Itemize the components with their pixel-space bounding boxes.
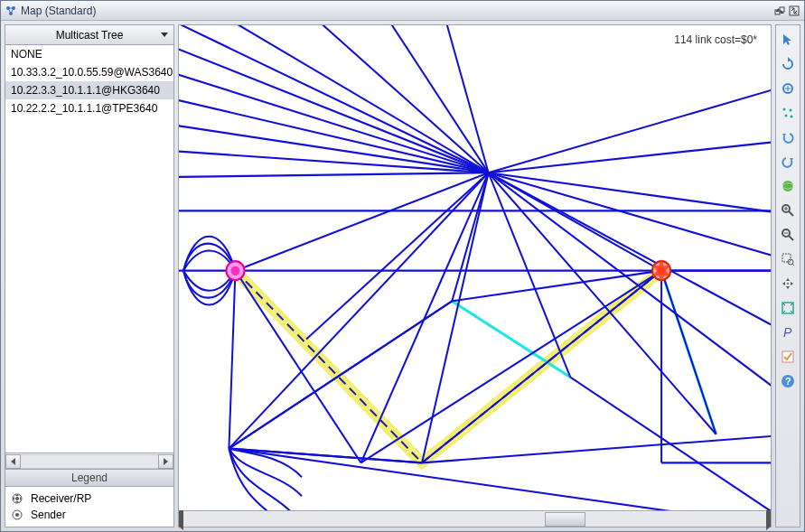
svg-rect-4 <box>780 7 784 12</box>
circle-select-icon[interactable] <box>779 79 797 98</box>
legend-row-receiver: Receiver/RP <box>11 490 168 507</box>
scroll-right-button[interactable] <box>158 454 173 469</box>
canvas-hscrollbar[interactable] <box>179 510 771 527</box>
fit-icon[interactable] <box>779 299 797 317</box>
scroll-left-button[interactable] <box>5 454 21 469</box>
select-tool-icon[interactable] <box>779 31 797 49</box>
svg-point-9 <box>15 513 19 517</box>
zoom-in-icon[interactable] <box>779 201 797 219</box>
redo-icon[interactable] <box>779 153 797 171</box>
properties-icon[interactable]: P <box>779 323 797 341</box>
app-icon <box>5 5 17 17</box>
legend-row-sender: Sender <box>11 507 168 523</box>
maximize-icon[interactable] <box>788 5 800 17</box>
sidebar-hscrollbar[interactable] <box>5 453 173 469</box>
undo-icon[interactable] <box>779 128 797 146</box>
svg-point-7 <box>15 497 19 500</box>
chevron-down-icon <box>161 33 168 37</box>
svg-point-18 <box>791 116 793 118</box>
svg-rect-23 <box>782 254 791 262</box>
svg-point-16 <box>790 109 792 112</box>
right-toolbar: P ? <box>775 24 800 527</box>
sidebar: Multicast Tree NONE 10.33.3.2_10.0.55.59… <box>5 24 174 527</box>
legend-label: Receiver/RP <box>31 492 91 505</box>
help-icon[interactable]: ? <box>779 372 797 390</box>
legend-body: Receiver/RP Sender <box>5 487 173 527</box>
map-canvas[interactable]: 114 link cost=$0* <box>179 25 771 510</box>
rotate-icon[interactable] <box>779 55 797 73</box>
scatter-icon[interactable] <box>779 104 797 122</box>
scroll-right-button[interactable] <box>766 511 771 527</box>
sender-icon <box>11 509 23 521</box>
tree-item[interactable]: 10.22.3.3_10.1.1.1@HKG3640 <box>5 81 173 99</box>
multicast-tree-combo[interactable]: Multicast Tree <box>5 25 173 45</box>
svg-point-19 <box>782 181 793 191</box>
zoom-out-icon[interactable] <box>779 226 797 244</box>
window-title: Map (Standard) <box>21 5 772 17</box>
title-bar: Map (Standard) <box>1 1 804 21</box>
svg-point-15 <box>783 108 786 111</box>
globe-icon[interactable] <box>779 177 797 195</box>
tree-item[interactable]: NONE <box>5 45 173 63</box>
scroll-track[interactable] <box>183 512 766 527</box>
map-canvas-container: 114 link cost=$0* <box>178 24 772 527</box>
combo-label: Multicast Tree <box>56 29 124 42</box>
checklist-icon[interactable] <box>779 348 797 366</box>
scroll-thumb[interactable] <box>545 512 585 527</box>
minimize-maximize-icon[interactable] <box>773 5 786 17</box>
pan-icon[interactable] <box>779 275 797 293</box>
legend-label: Sender <box>31 509 66 521</box>
zoom-area-icon[interactable] <box>779 250 797 268</box>
legend-header: Legend <box>5 469 173 487</box>
tree-list[interactable]: NONE 10.33.3.2_10.0.55.59@WAS3640 10.22.… <box>5 45 173 453</box>
tree-item[interactable]: 10.22.2.2_10.1.1.1@TPE3640 <box>5 99 173 117</box>
svg-text:?: ? <box>785 376 791 387</box>
tree-item[interactable]: 10.33.3.2_10.0.55.59@WAS3640 <box>5 63 173 81</box>
svg-text:P: P <box>783 325 792 340</box>
receiver-icon <box>11 492 23 505</box>
network-graph <box>179 25 771 510</box>
svg-point-17 <box>785 115 788 117</box>
svg-point-11 <box>230 266 239 275</box>
scroll-track[interactable] <box>21 454 158 469</box>
svg-point-25 <box>787 283 789 285</box>
svg-point-13 <box>658 266 665 274</box>
